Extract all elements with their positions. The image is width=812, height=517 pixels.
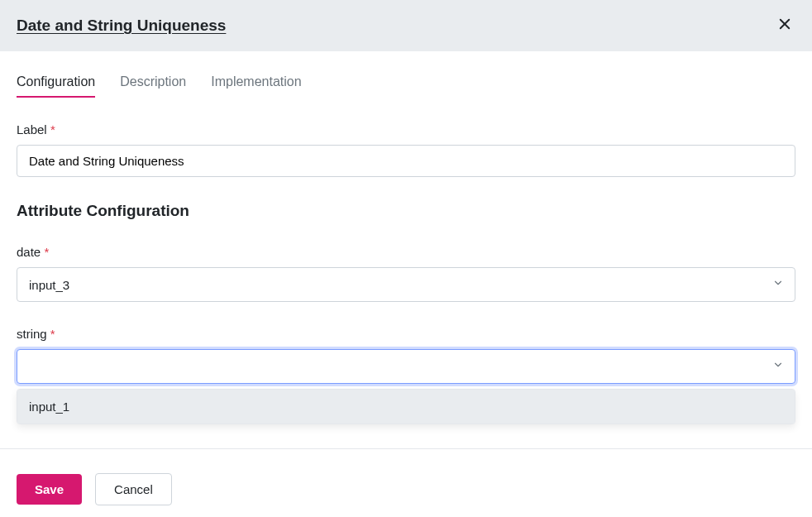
string-select-wrapper: input_1 bbox=[17, 349, 795, 384]
label-field-label: Label * bbox=[17, 122, 795, 136]
date-select-wrapper: input_3 bbox=[17, 267, 795, 302]
cancel-button[interactable]: Cancel bbox=[95, 473, 172, 505]
required-marker: * bbox=[50, 122, 55, 136]
string-field-label: string * bbox=[17, 327, 795, 341]
tabs: Configuration Description Implementation bbox=[17, 74, 795, 98]
label-field-group: Label * bbox=[17, 122, 795, 177]
tab-implementation[interactable]: Implementation bbox=[211, 74, 301, 98]
dialog-header: Date and String Uniqueness bbox=[0, 0, 812, 51]
required-marker: * bbox=[44, 245, 49, 259]
label-input[interactable] bbox=[17, 145, 795, 177]
string-select[interactable] bbox=[17, 349, 795, 384]
date-field-group: date * input_3 bbox=[17, 245, 795, 302]
close-icon bbox=[777, 15, 792, 36]
dropdown-option[interactable]: input_1 bbox=[17, 390, 795, 424]
label-text: Label bbox=[17, 122, 47, 136]
dialog-title: Date and String Uniqueness bbox=[17, 17, 226, 35]
dialog-footer: Save Cancel bbox=[17, 473, 812, 505]
tab-configuration[interactable]: Configuration bbox=[17, 74, 95, 98]
string-label-text: string bbox=[17, 327, 47, 341]
string-dropdown-panel: input_1 bbox=[17, 389, 795, 424]
save-button[interactable]: Save bbox=[17, 474, 82, 505]
date-label-text: date bbox=[17, 245, 41, 259]
date-field-label: date * bbox=[17, 245, 795, 259]
dialog-content: Configuration Description Implementation… bbox=[0, 74, 812, 384]
tab-description[interactable]: Description bbox=[120, 74, 186, 98]
footer-divider bbox=[0, 448, 812, 449]
date-select-value: input_3 bbox=[29, 278, 69, 292]
date-select[interactable]: input_3 bbox=[17, 267, 795, 302]
close-button[interactable] bbox=[774, 15, 795, 36]
section-title: Attribute Configuration bbox=[17, 202, 795, 220]
required-marker: * bbox=[50, 327, 55, 341]
string-field-group: string * input_1 bbox=[17, 327, 795, 384]
